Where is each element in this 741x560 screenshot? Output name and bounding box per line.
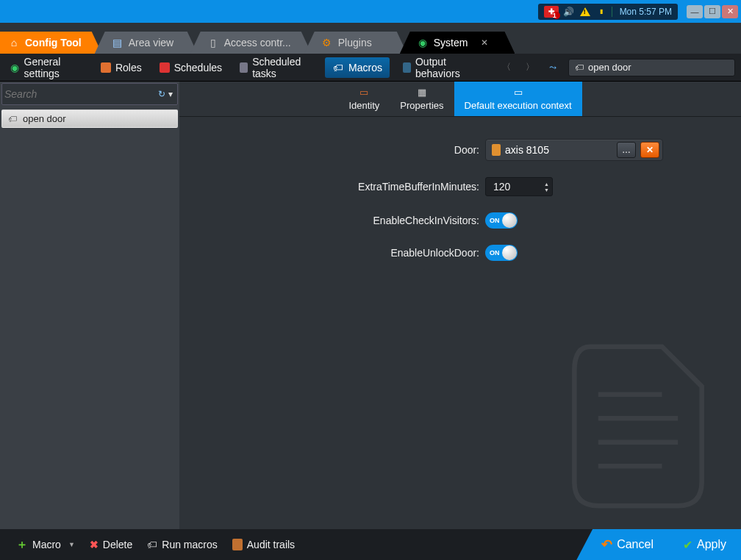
workspace: ↻ ▾ 🏷 open door ▭ Identity ▦ Properties … (0, 82, 741, 529)
run-icon: 🏷 (147, 539, 157, 550)
toggle-knob (502, 245, 517, 260)
search-input[interactable] (4, 88, 158, 100)
checkin-label: EnableCheckInVisitors: (194, 215, 485, 226)
door-browse-button[interactable]: … (617, 142, 636, 158)
tab-config-tool[interactable]: ⌂ Config Tool (0, 32, 102, 54)
form: Door: axis 8105 … ✕ ExtraTimeBufferInMin… (179, 117, 741, 292)
nav-scheduled-tasks[interactable]: Scheduled tasks (235, 53, 316, 82)
nav-roles[interactable]: Roles (96, 59, 146, 76)
tab-system[interactable]: ◉ System ✕ (400, 32, 515, 54)
window-buttons: — ☐ ✕ (687, 5, 738, 18)
refresh-icon[interactable]: ↻ (158, 89, 165, 99)
run-macros-button[interactable]: 🏷 Run macros (140, 539, 224, 550)
toggle-text: ON (490, 217, 500, 224)
context-icon: ▭ (512, 87, 525, 98)
button-label: Run macros (162, 539, 217, 550)
add-macro-button[interactable]: ＋ Macro ▼ (9, 537, 82, 553)
unlock-toggle[interactable]: ON (485, 245, 518, 261)
tab-label: Identity (348, 100, 379, 111)
plugin-icon: ⚙ (322, 37, 332, 48)
tab-close-icon[interactable]: ✕ (481, 37, 488, 48)
nav-general-settings[interactable]: ◉ General settings (6, 53, 87, 82)
maximize-button[interactable]: ☐ (704, 5, 720, 18)
breadcrumb-box[interactable]: 🏷 open door (568, 59, 735, 76)
gear-icon: ◉ (10, 62, 20, 73)
tab-default-execution-context[interactable]: ▭ Default execution context (454, 82, 582, 116)
door-picker[interactable]: axis 8105 … ✕ (485, 139, 663, 161)
cancel-button[interactable]: ↶ Cancel (576, 529, 668, 560)
content-pane: ▭ Identity ▦ Properties ▭ Default execut… (179, 82, 741, 529)
buffer-value: 120 (493, 181, 510, 193)
field-door: Door: axis 8105 … ✕ (194, 139, 726, 161)
door-icon (492, 144, 501, 156)
spinner-up-icon[interactable]: ▲ (544, 182, 549, 187)
lock-icon: ▯ (208, 37, 218, 48)
delete-button[interactable]: ✖ Delete (82, 539, 140, 550)
toggle-knob (502, 213, 517, 228)
output-icon (403, 62, 411, 73)
tab-label: Access contr... (224, 37, 291, 49)
tag-icon: 🏷 (575, 62, 584, 73)
volume-icon[interactable]: 🔊 (563, 6, 575, 18)
tab-label: Area view (129, 37, 173, 49)
globe-icon: ◉ (418, 37, 428, 48)
checkin-toggle[interactable]: ON (485, 212, 518, 229)
tab-area-view[interactable]: ▤ Area view (95, 32, 198, 54)
system-tray: ✚1 🔊 ▮ Mon 5:57 PM (538, 4, 678, 20)
breadcrumb-text: open door (588, 62, 631, 73)
button-label: Delete (103, 539, 132, 550)
nav-refresh-icon[interactable]: ⤳ (546, 62, 559, 73)
door-label: Door: (194, 144, 485, 156)
sidebar-search[interactable]: ↻ ▾ (1, 83, 178, 105)
nav-label: Macros (348, 62, 382, 73)
tab-properties[interactable]: ▦ Properties (390, 82, 454, 116)
unlock-label: EnableUnlockDoor: (194, 247, 485, 259)
button-label: Audit trails (247, 539, 295, 550)
x-icon: ✖ (90, 539, 99, 550)
tag-icon: 🏷 (8, 114, 18, 124)
identity-icon: ▭ (357, 87, 370, 98)
section-nav: ◉ General settings Roles Schedules Sched… (0, 54, 741, 82)
button-label: Cancel (617, 538, 654, 551)
toggle-text: ON (490, 249, 500, 256)
close-button[interactable]: ✕ (722, 5, 738, 18)
door-clear-button[interactable]: ✕ (640, 142, 659, 158)
clock: Mon 5:57 PM (620, 7, 672, 17)
home-icon: ⌂ (9, 37, 19, 48)
nav-label: General settings (24, 56, 83, 79)
list-item[interactable]: 🏷 open door (1, 110, 178, 128)
nav-label: Schedules (174, 62, 222, 73)
minimize-button[interactable]: — (687, 5, 703, 18)
dropdown-caret-icon: ▼ (68, 541, 75, 548)
tab-plugins[interactable]: ⚙ Plugins (304, 32, 407, 54)
window-titlebar: ✚1 🔊 ▮ Mon 5:57 PM — ☐ ✕ (0, 0, 741, 23)
task-icon (240, 62, 248, 73)
undo-icon: ↶ (601, 536, 612, 553)
alert-icon[interactable]: ✚1 (544, 6, 559, 18)
tab-label: Config Tool (25, 37, 82, 49)
nav-output-behaviors[interactable]: Output behaviors (398, 53, 482, 82)
filter-icon[interactable]: ▾ (168, 89, 173, 99)
spinner-down-icon[interactable]: ▼ (544, 187, 549, 193)
nav-macros[interactable]: 🏷 Macros (325, 57, 390, 78)
tray-divider (612, 7, 612, 17)
nav-back-icon[interactable]: 〈 (499, 61, 514, 73)
action-buttons: ↶ Cancel ✔ Apply (576, 529, 741, 560)
nav-label: Scheduled tasks (252, 56, 312, 79)
audit-trails-button[interactable]: Audit trails (225, 539, 302, 550)
apply-button[interactable]: ✔ Apply (668, 529, 741, 560)
status-icon: ▮ (595, 6, 607, 18)
buffer-spinner[interactable]: 120 ▲ ▼ (485, 177, 553, 196)
server-icon: ▤ (112, 37, 123, 48)
tab-identity[interactable]: ▭ Identity (338, 82, 390, 116)
button-label: Apply (697, 538, 726, 551)
macro-icon: 🏷 (332, 62, 344, 73)
nav-forward-icon[interactable]: 〉 (523, 61, 537, 73)
warning-icon[interactable] (579, 6, 591, 18)
tab-access-control[interactable]: ▯ Access contr... (190, 32, 312, 54)
check-icon: ✔ (683, 538, 692, 552)
nav-label: Output behaviors (415, 56, 477, 79)
nav-schedules[interactable]: Schedules (155, 59, 226, 76)
list-item-label: open door (23, 113, 66, 124)
footer-toolbar: ＋ Macro ▼ ✖ Delete 🏷 Run macros Audit tr… (0, 529, 741, 560)
